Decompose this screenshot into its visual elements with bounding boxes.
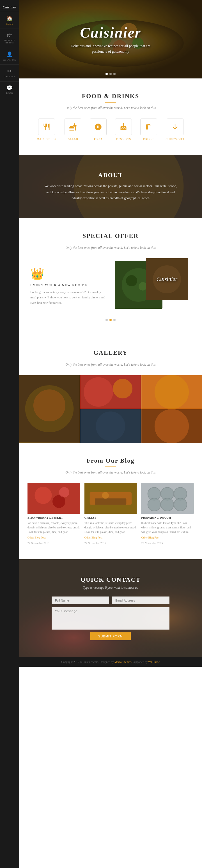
svg-rect-21: [19, 375, 80, 442]
chiefs-gift-label: Chief's Gift: [166, 137, 184, 141]
home-icon: 🏠: [6, 16, 13, 22]
gallery-image-0[interactable]: [19, 375, 80, 443]
svg-rect-25: [80, 375, 141, 409]
footer: Copyright 2015 © Cuisinier.com. Designed…: [19, 657, 202, 667]
food-drinks-title: FOOD & DRINKS: [30, 92, 191, 100]
contact-name-email-row: [52, 596, 169, 604]
special-image-label: Cuisinier: [156, 276, 177, 282]
contact-form: SUBMIT FORM: [52, 596, 169, 640]
submit-button[interactable]: SUBMIT FORM: [90, 632, 131, 640]
desserts-icon-box: [115, 119, 132, 135]
blog-title-0: STRAWBERRY DESSERT: [28, 516, 80, 519]
special-offer-underline: [105, 242, 116, 242]
sidebar-label-about: ABOUT ME: [3, 59, 16, 61]
blog-date-2: 27 November 2015: [141, 541, 163, 545]
svg-rect-34: [141, 409, 202, 443]
pizza-icon-box: [90, 119, 107, 135]
gallery-image-3[interactable]: [80, 409, 141, 443]
sidebar-label-home: HOME: [6, 23, 13, 25]
hero-dot-3[interactable]: [113, 73, 116, 75]
chiefs-gift-icon-box: [167, 119, 183, 135]
blog-date-0: 27 November 2015: [28, 541, 49, 545]
blog-icon: 💬: [6, 85, 13, 91]
gallery-title: GALLERY: [19, 349, 202, 356]
blog-card-0: STRAWBERRY DESSERT We have a fantastic, …: [28, 483, 80, 545]
blog-posts-grid: STRAWBERRY DESSERT We have a fantastic, …: [28, 483, 194, 545]
special-right-panel: Cuisinier: [115, 258, 191, 314]
gallery-section: GALLERY Only the best ones from all over…: [19, 335, 202, 443]
drinks-icon-box: [140, 119, 157, 135]
hero-dots: [106, 73, 116, 75]
blog-link-1[interactable]: Other Blog Post: [84, 536, 137, 539]
blog-text-2: It's best made with Italian Type '00' fl…: [141, 521, 194, 534]
sidebar-item-home[interactable]: 🏠 HOME: [0, 12, 19, 29]
sidebar-item-blog[interactable]: 💬 BLOG: [0, 82, 19, 98]
food-drinks-subtitle: Only the best ones from all over the wor…: [30, 106, 191, 110]
blog-title-2: PREPARING DOUGH: [141, 516, 194, 519]
blog-card-1: CHEESE This is a fantastic, reliable, ev…: [84, 483, 137, 545]
blog-card-2: PREPARING DOUGH It's best made with Ital…: [141, 483, 194, 545]
blog-underline: [105, 466, 116, 467]
about-text: We work with leading organizations acros…: [43, 183, 178, 202]
hero-title: Cuisinier: [80, 24, 141, 41]
contact-title: QUICK CONTACT: [41, 576, 179, 583]
contact-subtitle: Type a message if you want to contact us: [41, 586, 179, 590]
special-dot-2[interactable]: [109, 319, 112, 321]
footer-copyright: Copyright 2015 © Cuisinier.com. Designed…: [61, 660, 114, 663]
category-desserts[interactable]: Desserts: [115, 119, 132, 141]
blog-date-1: 27 November 2015: [84, 541, 106, 545]
food-drinks-section: FOOD & DRINKS Only the best ones from al…: [19, 79, 202, 155]
gallery-image-4[interactable]: [141, 409, 202, 443]
sidebar-item-food-and-drinks[interactable]: 🍽 FOOD AND DRINKS: [0, 29, 19, 48]
blog-image-strawberry[interactable]: [28, 483, 80, 514]
gallery-grid: [19, 375, 202, 443]
category-chiefs-gift[interactable]: Chief's Gift: [166, 119, 184, 141]
salad-label: Salad: [68, 137, 78, 141]
svg-rect-52: [141, 483, 194, 514]
blog-text-0: We have a fantastic, reliable, everyday …: [28, 521, 80, 534]
food-drinks-icon: 🍽: [7, 32, 12, 38]
sidebar-item-about-me[interactable]: 👤 ABOUT ME: [0, 48, 19, 65]
gallery-image-1[interactable]: [80, 375, 141, 409]
hero-dot-2[interactable]: [109, 73, 112, 75]
special-description: Looking for some tasty, easy to make mea…: [30, 289, 106, 305]
about-title: ABOUT: [41, 172, 179, 179]
svg-rect-31: [80, 409, 141, 443]
email-input[interactable]: [112, 596, 169, 604]
category-pizza[interactable]: Pizza: [90, 119, 107, 141]
category-drinks[interactable]: Drinks: [140, 119, 157, 141]
hero-dot-1[interactable]: [106, 73, 108, 75]
blog-image-cheese[interactable]: [84, 483, 137, 514]
sidebar-item-gallery[interactable]: ✂ GALLERY: [0, 65, 19, 82]
blog-link-2[interactable]: Other Blog Post: [141, 536, 194, 539]
desserts-label: Desserts: [116, 137, 131, 141]
blog-text-1: This is a fantastic, reliable, everyday …: [84, 521, 137, 534]
footer-designer-link[interactable]: Media Themes.: [114, 660, 132, 663]
special-offer-content: 👑 EVERY WEEK A NEW RECIPE Looking for so…: [30, 258, 191, 314]
category-salad[interactable]: Salad: [64, 119, 81, 141]
gallery-image-2[interactable]: [141, 375, 202, 409]
main-content: Cuisinier Delicious and innovative recip…: [19, 0, 202, 667]
blog-link-0[interactable]: Other Blog Post: [28, 536, 80, 539]
hero-section: Cuisinier Delicious and innovative recip…: [19, 0, 202, 79]
week-title: EVERY WEEK A NEW RECIPE: [30, 283, 106, 287]
sidebar-label-food: FOOD AND DRINKS: [1, 39, 18, 44]
special-dot-3[interactable]: [113, 319, 116, 321]
special-offer-dots: [30, 319, 191, 321]
special-offer-subtitle: Only the best ones from all over the wor…: [30, 246, 191, 250]
blog-title-1: CHEESE: [84, 516, 137, 519]
svg-rect-39: [28, 483, 80, 514]
gallery-icon: ✂: [7, 68, 12, 74]
sidebar-logo: Cuisinier: [0, 3, 19, 12]
sidebar-label-gallery: GALLERY: [4, 75, 15, 78]
blog-section: From Our Blog Only the best ones from al…: [19, 443, 202, 559]
blog-image-dough[interactable]: [141, 483, 194, 514]
main-dishes-label: Main Dishes: [37, 137, 56, 141]
hero-subtitle: Delicious and innovative recipes for all…: [66, 43, 155, 54]
footer-supporter-link[interactable]: WPHustle: [148, 660, 160, 663]
message-textarea[interactable]: [52, 607, 169, 629]
full-name-input[interactable]: [52, 596, 109, 604]
svg-rect-44: [84, 483, 137, 514]
special-dot-1[interactable]: [106, 319, 108, 321]
category-main-dishes[interactable]: Main Dishes: [37, 119, 56, 141]
